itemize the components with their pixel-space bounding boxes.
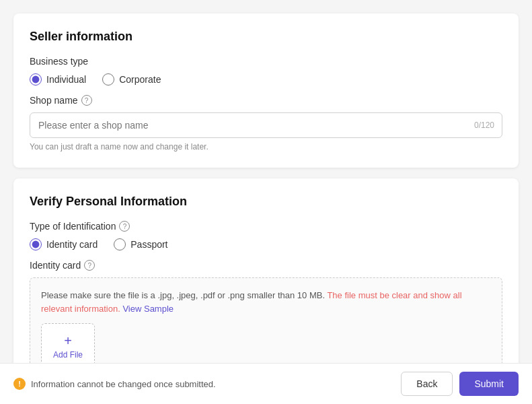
- radio-individual-input[interactable]: [30, 73, 42, 86]
- shop-name-input[interactable]: [30, 112, 502, 138]
- radio-passport[interactable]: Passport: [114, 238, 167, 250]
- radio-passport-input[interactable]: [114, 238, 126, 250]
- shop-name-help-icon[interactable]: ?: [81, 95, 92, 106]
- plus-icon: +: [64, 334, 72, 347]
- radio-passport-label: Passport: [130, 239, 167, 250]
- identity-card-label: Identity card ?: [30, 260, 502, 271]
- radio-identity-card[interactable]: Identity card: [30, 238, 98, 250]
- shop-name-hint: You can just draft a name now and change…: [30, 142, 502, 152]
- info-notice: ! Information cannot be changed once sub…: [13, 378, 216, 390]
- business-type-label: Business type: [30, 56, 502, 67]
- add-file-label: Add File: [53, 350, 83, 360]
- verify-info-title: Verify Personal Information: [30, 195, 502, 209]
- char-count: 0/120: [474, 121, 494, 130]
- id-type-help-icon[interactable]: ?: [119, 221, 130, 232]
- radio-individual[interactable]: Individual: [30, 73, 86, 86]
- id-type-radio-group: Identity card Passport: [30, 238, 502, 250]
- identity-card-help-icon[interactable]: ?: [84, 260, 95, 271]
- radio-corporate[interactable]: Corporate: [102, 73, 161, 86]
- notice-text: Information cannot be changed once submi…: [31, 379, 216, 389]
- radio-corporate-input[interactable]: [102, 73, 114, 86]
- radio-individual-label: Individual: [46, 74, 86, 85]
- shop-name-wrapper: 0/120: [30, 112, 502, 138]
- shop-name-label: Shop name ?: [30, 95, 502, 106]
- seller-information-card: Seller information Business type Individ…: [13, 13, 519, 168]
- back-button[interactable]: Back: [401, 372, 453, 396]
- action-buttons: Back Submit: [401, 372, 519, 396]
- id-type-label: Type of Identification ?: [30, 221, 502, 232]
- submit-button[interactable]: Submit: [459, 372, 519, 396]
- business-type-radio-group: Individual Corporate: [30, 73, 502, 86]
- view-sample-link[interactable]: View Sample: [122, 304, 174, 314]
- notice-icon: !: [13, 378, 26, 390]
- upload-info: Please make sure the file is a .jpg, .jp…: [41, 289, 491, 315]
- bottom-bar: ! Information cannot be changed once sub…: [0, 363, 532, 404]
- seller-info-title: Seller information: [30, 30, 502, 44]
- radio-identity-card-input[interactable]: [30, 238, 42, 250]
- radio-identity-card-label: Identity card: [46, 239, 98, 250]
- radio-corporate-label: Corporate: [119, 74, 161, 85]
